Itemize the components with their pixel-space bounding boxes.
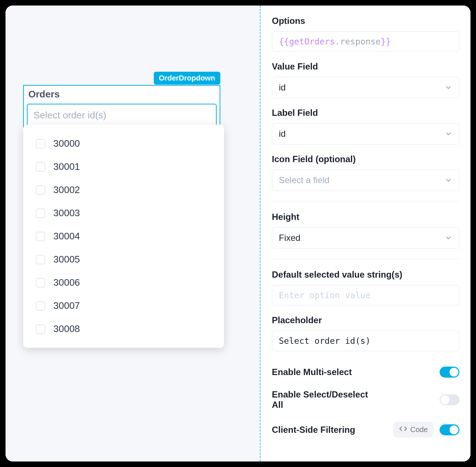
options-label: Options [272, 16, 459, 26]
option-label: 30005 [53, 254, 80, 265]
code-icon [399, 425, 407, 435]
placeholder-input[interactable] [272, 331, 459, 351]
dropdown-option[interactable]: 30005 [23, 248, 224, 271]
code-badge-label: Code [410, 425, 428, 434]
select-all-toggle[interactable] [440, 394, 459, 405]
icon-field-label: Icon Field (optional) [272, 154, 459, 164]
label-field-select[interactable]: id [272, 123, 459, 145]
height-select[interactable]: Fixed [272, 227, 459, 249]
value-field-select[interactable]: id [272, 77, 459, 98]
label-field-value: id [279, 129, 286, 139]
icon-field-placeholder: Select a field [279, 175, 329, 185]
select-all-label: Enable Select/Deselect All [272, 389, 375, 410]
checkbox[interactable] [36, 301, 45, 311]
option-label: 30008 [53, 323, 80, 335]
canvas-area[interactable]: OrderDropdown Orders 30000 30001 30002 3… [6, 6, 261, 461]
dropdown-option[interactable]: 30006 [23, 271, 224, 294]
client-filter-toggle[interactable] [440, 424, 459, 435]
option-label: 30002 [53, 184, 80, 196]
dropdown-options-list[interactable]: 30000 30001 30002 30003 30004 30005 3000… [23, 125, 224, 348]
option-label: 30004 [53, 231, 80, 242]
multi-select-label: Enable Multi-select [272, 367, 352, 377]
toggle-knob [450, 425, 458, 434]
client-filter-row: Client-Side Filtering Code [272, 416, 459, 443]
dropdown-option[interactable]: 30008 [23, 317, 224, 341]
height-section: Height Fixed [272, 202, 459, 259]
dropdown-option[interactable]: 30004 [23, 225, 224, 248]
checkbox[interactable] [36, 139, 45, 149]
brace-close: }} [381, 37, 391, 46]
values-section: Default selected value string(s) Placeho… [272, 259, 459, 454]
dropdown-option[interactable]: 30003 [23, 202, 224, 225]
toggle-knob [441, 395, 450, 404]
client-filter-label: Client-Side Filtering [272, 425, 355, 435]
option-label: 30007 [53, 300, 80, 311]
select-all-row: Enable Select/Deselect All [272, 384, 459, 416]
icon-field-select[interactable]: Select a field [272, 170, 459, 191]
checkbox[interactable] [36, 208, 45, 218]
brace-open: {{ [279, 37, 289, 46]
chevron-down-icon [444, 83, 452, 92]
value-field-label: Value Field [272, 61, 459, 72]
option-label: 30000 [53, 138, 80, 149]
expr-prop: response [340, 37, 381, 46]
dropdown-option[interactable]: 30007 [23, 294, 224, 317]
widget-label: Orders [27, 89, 217, 100]
expr-object: getOrders [289, 37, 335, 46]
placeholder-label: Placeholder [272, 315, 459, 325]
chevron-down-icon [444, 130, 452, 138]
height-value: Fixed [279, 233, 301, 243]
chevron-down-icon [444, 176, 452, 184]
checkbox[interactable] [36, 185, 45, 195]
chevron-down-icon [444, 234, 452, 242]
app-window: OrderDropdown Orders 30000 30001 30002 3… [6, 6, 470, 461]
expr-dot: . [335, 37, 340, 46]
dropdown-option[interactable]: 30001 [23, 155, 224, 178]
option-label: 30001 [53, 161, 80, 172]
order-select-input[interactable] [27, 104, 217, 127]
default-selected-input[interactable] [272, 285, 459, 306]
label-field-label: Label Field [272, 108, 459, 118]
code-badge[interactable]: Code [393, 422, 434, 438]
multi-select-toggle[interactable] [440, 367, 459, 378]
height-label: Height [272, 212, 459, 222]
toggle-knob [450, 368, 458, 377]
default-selected-label: Default selected value string(s) [272, 270, 459, 280]
value-field-value: id [279, 82, 286, 93]
options-expression-input[interactable]: {{getOrders.response}} [272, 31, 459, 52]
checkbox[interactable] [36, 278, 45, 288]
checkbox[interactable] [36, 255, 45, 264]
checkbox[interactable] [36, 232, 45, 241]
multi-select-row: Enable Multi-select [272, 361, 459, 384]
dropdown-option[interactable]: 30000 [23, 132, 224, 155]
properties-panel[interactable]: Options {{getOrders.response}} Value Fie… [261, 6, 470, 461]
checkbox[interactable] [36, 324, 45, 334]
checkbox[interactable] [36, 162, 45, 172]
option-label: 30006 [53, 277, 80, 288]
dropdown-option[interactable]: 30002 [23, 178, 224, 202]
widget-name-tag[interactable]: OrderDropdown [154, 72, 220, 85]
options-section: Options {{getOrders.response}} Value Fie… [272, 6, 459, 202]
option-label: 30003 [53, 207, 80, 219]
